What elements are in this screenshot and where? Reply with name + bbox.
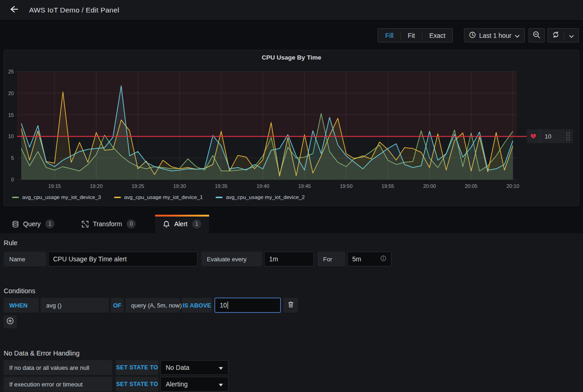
error-state-select[interactable]: Alerting (160, 377, 228, 392)
tab-label: Query (23, 220, 41, 228)
evaluate-every-input[interactable]: 1m (264, 252, 314, 266)
svg-text:15: 15 (8, 112, 14, 118)
zoom-out-icon (533, 31, 541, 40)
threshold-input-value: 10 (220, 302, 227, 309)
svg-text:19:15: 19:15 (48, 183, 61, 189)
no-data-section-heading: No Data & Error Handling (4, 350, 579, 357)
rule-row: Name CPU Usage By Time alert Evaluate ev… (4, 252, 579, 266)
transform-icon (82, 221, 89, 228)
back-button[interactable] (6, 2, 22, 18)
heart-break-icon[interactable] (527, 129, 541, 143)
legend-label: avg_cpu_usage my_iot_device_2 (226, 194, 305, 200)
svg-text:19:40: 19:40 (257, 183, 270, 189)
of-label: OF (111, 298, 124, 313)
time-range-label: Last 1 hour (479, 32, 511, 39)
tab-query[interactable]: Query 1 (4, 215, 62, 233)
svg-text:19:45: 19:45 (298, 183, 311, 189)
svg-text:25: 25 (8, 69, 14, 74)
size-mode-group: Fill Fit Exact (378, 28, 452, 42)
add-condition-button[interactable] (4, 315, 17, 328)
svg-text:20:10: 20:10 (506, 183, 519, 189)
panel-toolbar: Fill Fit Exact Last 1 hour (378, 28, 579, 42)
info-circle-icon (380, 255, 386, 263)
aggregation-dropdown[interactable]: avg () (41, 298, 109, 313)
alert-name-input[interactable]: CPU Usage By Time alert (48, 252, 198, 266)
tab-alert[interactable]: Alert 1 (155, 215, 209, 233)
cpu-usage-chart[interactable]: 051015202519:1519:2019:2519:3019:3519:40… (4, 50, 579, 205)
time-range-picker[interactable]: Last 1 hour (464, 28, 525, 42)
size-mode-fill[interactable]: Fill (378, 32, 400, 39)
text-cursor (228, 302, 228, 309)
no-data-row: If no data or all values are null SET ST… (4, 360, 579, 375)
threshold-input[interactable]: 10 (215, 298, 281, 313)
caret-down-icon (219, 364, 223, 371)
legend-label: avg_cpu_usage my_iot_device_3 (22, 194, 101, 200)
rule-section-heading: Rule (4, 239, 579, 247)
trash-icon (288, 301, 294, 310)
header: AWS IoT Demo / Edit Panel (0, 0, 583, 20)
legend-item[interactable]: avg_cpu_usage my_iot_device_1 (114, 194, 203, 200)
chevron-down-icon (515, 32, 520, 39)
svg-text:19:35: 19:35 (215, 183, 228, 189)
chevron-down-icon (569, 32, 574, 39)
tab-count-badge: 1 (192, 219, 201, 229)
condition-row: WHEN avg () OF query (A, 5m, now) IS ABO… (4, 298, 579, 313)
clock-icon (469, 31, 476, 40)
tab-label: Transform (93, 220, 122, 228)
drag-handle-icon[interactable] (565, 132, 570, 140)
series-color-dash (114, 197, 121, 198)
svg-text:5: 5 (11, 155, 14, 161)
series-color-dash (216, 197, 222, 198)
legend-item[interactable]: avg_cpu_usage my_iot_device_3 (12, 194, 101, 200)
editor-tabs: Query 1 Transform 0 Alert 1 (0, 215, 583, 233)
chart-legend: avg_cpu_usage my_iot_device_3 avg_cpu_us… (12, 194, 305, 200)
database-icon (12, 221, 19, 228)
selected-value: No Data (166, 364, 189, 371)
evaluate-every-label: Evaluate every (201, 252, 262, 266)
chart-panel: CPU Usage By Time 051015202519:1519:2019… (4, 50, 579, 206)
error-handling-row: If execution error or timeout SET STATE … (4, 377, 579, 392)
set-state-label: SET STATE TO (116, 377, 158, 392)
query-parts-dropdown[interactable]: query (A, 5m, now) (126, 298, 180, 313)
alert-tab-content: Rule Name CPU Usage By Time alert Evalua… (0, 233, 583, 392)
execution-error-label: If execution error or timeout (4, 377, 112, 392)
refresh-button[interactable] (548, 31, 564, 40)
name-label: Name (4, 252, 46, 266)
delete-condition-button[interactable] (283, 298, 298, 313)
svg-text:19:30: 19:30 (173, 183, 186, 189)
operator-dropdown[interactable]: IS ABOVE (182, 298, 212, 313)
svg-text:0: 0 (11, 177, 14, 182)
arrow-left-icon (9, 4, 19, 16)
threshold-value: 10 (541, 133, 565, 140)
add-condition-row (4, 315, 579, 330)
svg-text:20:05: 20:05 (465, 183, 478, 189)
tab-count-badge: 0 (126, 219, 136, 229)
conditions-section-heading: Conditions (4, 287, 579, 295)
legend-item[interactable]: avg_cpu_usage my_iot_device_2 (216, 194, 305, 200)
selected-value: Alerting (166, 380, 187, 388)
bell-icon (163, 221, 170, 228)
series-color-dash (12, 197, 19, 198)
svg-text:20:00: 20:00 (423, 183, 436, 189)
refresh-interval-dropdown[interactable] (564, 32, 578, 39)
svg-text:20: 20 (8, 90, 14, 96)
refresh-button-group (547, 28, 579, 42)
for-value: 5m (352, 255, 361, 263)
size-mode-fit[interactable]: Fit (400, 32, 422, 39)
svg-text:10: 10 (8, 133, 14, 139)
no-data-state-select[interactable]: No Data (160, 360, 228, 375)
svg-text:19:20: 19:20 (90, 183, 103, 189)
size-mode-exact[interactable]: Exact (422, 32, 452, 39)
tab-transform[interactable]: Transform 0 (74, 215, 144, 233)
when-dropdown[interactable]: WHEN (4, 298, 39, 313)
zoom-out-button[interactable] (529, 28, 545, 42)
plus-circle-icon (6, 317, 14, 326)
refresh-icon (552, 31, 559, 40)
for-input[interactable]: 5m (347, 252, 391, 266)
alert-threshold-handle: 10 (527, 129, 573, 143)
svg-text:19:55: 19:55 (381, 183, 394, 189)
no-data-label: If no data or all values are null (4, 360, 112, 375)
tab-count-badge: 1 (45, 219, 54, 229)
legend-label: avg_cpu_usage my_iot_device_1 (124, 194, 203, 200)
tab-label: Alert (174, 220, 187, 228)
